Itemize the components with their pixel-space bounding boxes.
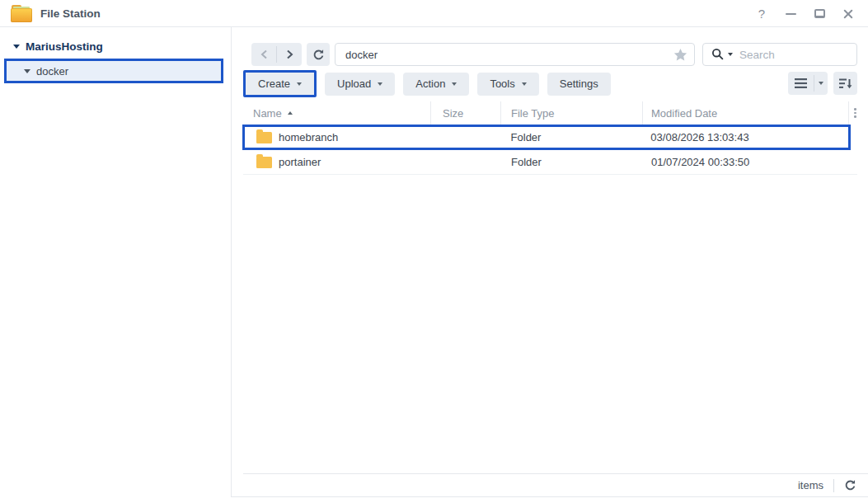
create-button-label: Create — [258, 78, 290, 90]
file-type: Folder — [501, 156, 643, 168]
table-row-homebranch[interactable]: homebranch Folder 03/08/2026 13:03:43 — [242, 125, 851, 150]
action-button-label: Action — [415, 78, 445, 90]
help-icon[interactable]: ? — [756, 8, 767, 20]
folder-icon — [256, 132, 272, 143]
column-label: Size — [443, 107, 463, 120]
maximize-icon[interactable] — [814, 8, 825, 20]
tools-button[interactable]: Tools — [477, 73, 538, 96]
items-count-label: items — [798, 479, 823, 491]
settings-button[interactable]: Settings — [547, 73, 611, 96]
chevron-down-icon — [452, 82, 457, 86]
create-button[interactable]: Create — [243, 70, 317, 97]
forward-button[interactable] — [277, 43, 302, 66]
modified-date: 03/08/2026 13:03:43 — [642, 131, 848, 143]
sidebar-item-docker[interactable]: docker — [4, 59, 223, 83]
folder-icon — [256, 157, 272, 168]
sort-button[interactable] — [833, 72, 857, 95]
view-mode-button[interactable] — [788, 72, 828, 95]
sidebar-item-mariushosting[interactable]: MariusHosting — [13, 40, 103, 53]
history-nav-group — [251, 43, 302, 66]
view-mode-dropdown[interactable] — [814, 82, 828, 85]
settings-button-label: Settings — [560, 78, 598, 90]
file-station-app-icon — [11, 5, 32, 22]
search-icon — [711, 48, 725, 61]
favorite-star-icon[interactable] — [673, 48, 687, 62]
column-header-size[interactable]: Size — [431, 101, 501, 125]
list-view-icon — [795, 78, 807, 88]
column-label: File Type — [511, 107, 555, 120]
table-row-portainer[interactable]: portainer Folder 01/07/2024 00:33:50 — [243, 150, 857, 175]
bottom-border — [231, 496, 868, 497]
status-bar: items — [243, 473, 868, 496]
file-name: homebranch — [279, 131, 338, 143]
titlebar: File Station ? — [0, 0, 868, 27]
path-bar — [335, 43, 695, 66]
back-button[interactable] — [251, 43, 276, 66]
minimize-icon[interactable] — [785, 8, 796, 20]
refresh-icon — [312, 49, 325, 61]
upload-button[interactable]: Upload — [325, 73, 395, 96]
window-controls: ? — [756, 0, 854, 27]
ellipsis-vertical-icon — [854, 108, 856, 118]
search-input[interactable] — [733, 49, 856, 61]
sidebar-item-label: docker — [36, 65, 68, 78]
column-header-modified-date[interactable]: Modified Date — [643, 101, 849, 125]
table-header: Name Size File Type Modified Date — [243, 101, 861, 125]
chevron-down-icon — [13, 45, 20, 49]
close-icon[interactable] — [842, 8, 854, 20]
chevron-left-icon — [260, 49, 268, 59]
chevron-down-icon — [297, 82, 302, 86]
column-label: Name — [253, 107, 282, 120]
chevron-down-icon — [24, 69, 30, 73]
refresh-list-icon[interactable] — [844, 479, 856, 491]
chevron-down-icon — [522, 82, 527, 86]
chevron-right-icon — [286, 49, 293, 59]
sort-ascending-icon — [288, 111, 293, 115]
sidebar-root-label: MariusHosting — [26, 40, 103, 53]
path-input[interactable] — [335, 49, 673, 61]
window-title: File Station — [40, 7, 101, 20]
chevron-down-icon — [378, 82, 382, 86]
refresh-button[interactable] — [307, 43, 330, 66]
modified-date: 01/07/2024 00:33:50 — [643, 156, 849, 168]
sort-icon — [839, 78, 852, 89]
chevron-down-icon — [819, 82, 823, 85]
search-filter-dropdown[interactable] — [711, 48, 733, 61]
action-button[interactable]: Action — [403, 73, 469, 96]
file-name: portainer — [279, 156, 321, 168]
column-label: Modified Date — [651, 107, 717, 120]
tools-button-label: Tools — [490, 78, 514, 90]
column-header-name[interactable]: Name — [243, 101, 431, 125]
upload-button-label: Upload — [337, 78, 371, 90]
toolbar: Create Upload Action Tools Settings — [243, 70, 611, 97]
file-type: Folder — [501, 131, 643, 143]
search-box — [702, 43, 857, 66]
column-header-file-type[interactable]: File Type — [501, 101, 643, 125]
status-divider — [833, 479, 834, 492]
column-options-button[interactable] — [849, 101, 861, 125]
sidebar-divider — [231, 27, 232, 496]
